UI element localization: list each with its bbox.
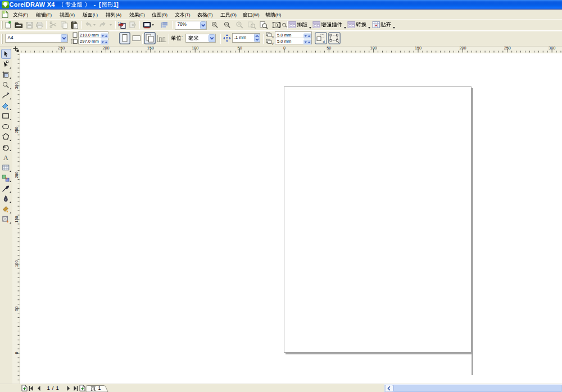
svg-text:A: A [3,154,8,162]
